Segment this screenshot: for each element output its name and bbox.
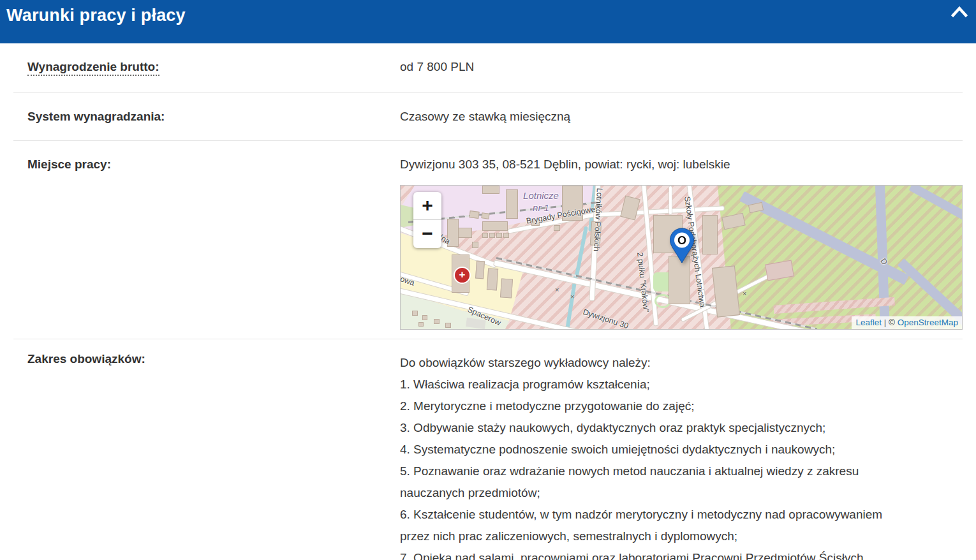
section-body: Wynagrodzenie brutto: od 7 800 PLN Syste…: [0, 43, 976, 560]
map-building: [482, 186, 499, 194]
map-building: [434, 319, 440, 324]
map-crossing-mark: ×: [555, 286, 559, 293]
zoom-in-button[interactable]: +: [413, 192, 441, 220]
map-building: [702, 215, 718, 254]
hospital-icon: +: [455, 268, 470, 283]
salary-label[interactable]: Wynagrodzenie brutto:: [27, 60, 159, 76]
map-label-factory-line1: Lotnicze: [512, 189, 570, 202]
openstreetmap-link[interactable]: OpenStreetMap: [898, 318, 958, 327]
workplace-address: Dywizjonu 303 35, 08-521 Dęblin, powiat:…: [400, 158, 963, 172]
map-building: [496, 233, 502, 238]
duties-label: Zakres obowiązków:: [27, 352, 145, 366]
map-building: [445, 323, 451, 328]
map-building: [458, 228, 472, 238]
duties-label-cell: Zakres obowiązków:: [27, 352, 400, 560]
map-building: [472, 242, 478, 248]
map-canvas[interactable]: × × × ×: [400, 185, 963, 330]
workplace-label-cell: Miejsce pracy:: [27, 158, 400, 330]
copyright-symbol: ©: [889, 318, 895, 327]
map-building: [475, 261, 485, 279]
leaflet-link[interactable]: Leaflet: [855, 318, 882, 327]
location-marker-icon[interactable]: O: [668, 228, 696, 263]
map-zoom-control: + −: [413, 192, 441, 248]
attribution-separator: |: [884, 318, 887, 327]
map-building: [422, 315, 427, 320]
row-pay-system: System wynagradzania: Czasowy ze stawką …: [0, 93, 976, 140]
section-header: Warunki pracy i płacy: [0, 0, 976, 43]
map-building: [412, 311, 418, 316]
chevron-up-icon: [951, 6, 968, 18]
map-building: [482, 233, 488, 238]
map-building: [503, 233, 509, 238]
row-workplace: Miejsce pracy: Dywizjonu 303 35, 08-521 …: [0, 141, 976, 339]
duties-text: Do obowiązków starszego wykładowcy należ…: [400, 352, 910, 560]
map-building: [469, 210, 479, 219]
pay-system-label-cell: System wynagradzania:: [27, 110, 400, 124]
salary-label-cell: Wynagrodzenie brutto:: [27, 60, 400, 76]
map-path: [669, 186, 672, 215]
salary-value: od 7 800 PLN: [400, 60, 963, 76]
pay-system-label: System wynagradzania:: [27, 110, 165, 124]
map-building: [554, 225, 560, 231]
section-title: Warunki pracy i płacy: [0, 0, 186, 26]
map-building: [500, 278, 513, 298]
map-building: [418, 322, 424, 327]
map-crossing-mark: ×: [743, 290, 746, 297]
map-building: [481, 212, 489, 219]
marker-monogram: O: [677, 234, 686, 247]
workplace-value-cell: Dywizjonu 303 35, 08-521 Dęblin, powiat:…: [400, 158, 963, 330]
collapse-section-button[interactable]: [950, 5, 968, 20]
map-building: [482, 221, 508, 231]
row-salary: Wynagrodzenie brutto: od 7 800 PLN: [0, 43, 976, 92]
map-building: [489, 233, 495, 238]
workplace-label: Miejsce pracy:: [27, 158, 111, 172]
zoom-out-button[interactable]: −: [413, 220, 441, 248]
pay-system-value: Czasowy ze stawką miesięczną: [400, 110, 963, 124]
map-building: [487, 268, 498, 290]
map-crossing-mark: ×: [570, 293, 574, 300]
map-attribution: Leaflet | © OpenStreetMap: [852, 316, 962, 329]
row-duties: Zakres obowiązków: Do obowiązków starsze…: [0, 339, 976, 560]
